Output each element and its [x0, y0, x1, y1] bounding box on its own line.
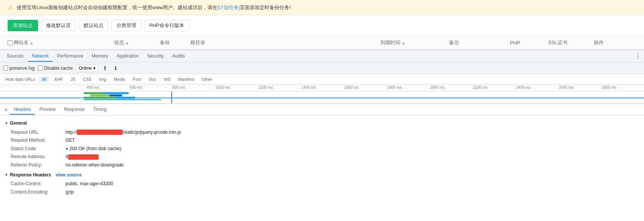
banner-link[interactable]: [计划任务]	[217, 5, 240, 10]
default-site-button[interactable]: 默认站点	[79, 20, 108, 31]
request-url-value: http:///static/js/jquery.qrcode.min.js	[65, 128, 181, 137]
th-status: 状态 ▲	[114, 39, 160, 46]
cache-control-label: Cache-Control:	[11, 180, 64, 188]
devtools-filter: Hide data URLs All XHR JS CSS Img Media …	[0, 74, 644, 85]
cache-control-row: Cache-Control: public, max-age=43200	[5, 180, 639, 188]
throttle-select[interactable]: Online ▾	[76, 64, 98, 72]
content-encoding-row: Content-Encoding: gzip	[5, 188, 639, 197]
timeline-mark: 2800 ms	[601, 85, 616, 90]
add-site-button[interactable]: 添加站点	[8, 20, 38, 31]
response-headers-arrow: ▼	[5, 171, 8, 178]
php-cmd-button[interactable]: PHP命令行版本	[144, 20, 189, 31]
category-manage-button[interactable]: 分类管理	[112, 20, 141, 31]
referrer-policy-label: Referrer Policy:	[11, 161, 64, 170]
devtools-more-icon[interactable]: ⋮	[635, 53, 641, 60]
table-header: 网站名 ▲ 状态 ▲ 备份 根目录 到期时间 ▲ 备注 PHP SSL证书 操作	[0, 36, 644, 50]
upload-icon[interactable]: ⬆	[101, 64, 109, 72]
status-code-value: ● 200 OK (from disk cache)	[65, 145, 121, 153]
preserve-log-checkbox[interactable]	[3, 66, 8, 70]
filter-ws-button[interactable]: WS	[161, 76, 174, 82]
timeline-bar	[110, 94, 123, 96]
devtools-detail: × Headers Preview Response Timing ▼ Gene…	[0, 104, 644, 199]
remote-address-value: 4	[65, 153, 99, 161]
select-all-checkbox[interactable]	[8, 40, 13, 45]
devtools-subtoolbar: preserve log Disable cache Online ▾ ⬆ ⬇	[0, 62, 644, 74]
filter-js-button[interactable]: JS	[67, 76, 78, 82]
timeline-bars	[0, 91, 644, 104]
timeline-bar	[84, 92, 103, 94]
filter-other-button[interactable]: Other	[199, 76, 215, 82]
filter-all-button[interactable]: All	[39, 76, 49, 82]
timeline-mark: 1000 ms	[215, 85, 230, 90]
content-encoding-label: Content-Encoding:	[11, 188, 64, 197]
timeline-ruler: 400 ms600 ms800 ms1000 ms1200 ms1400 ms1…	[0, 85, 644, 91]
sort-arrow-status: ▲	[125, 41, 129, 45]
preserve-log-checkbox-label[interactable]: preserve log	[3, 66, 35, 71]
chevron-down-icon: ▾	[93, 66, 96, 71]
devtools-timeline: 400 ms600 ms800 ms1000 ms1200 ms1400 ms1…	[0, 85, 644, 104]
detail-tab-response[interactable]: Response	[60, 105, 88, 115]
tab-sources[interactable]: Sources	[3, 51, 27, 62]
th-backup: 备份	[160, 39, 190, 46]
toolbar: 添加站点 修改默认页 默认站点 分类管理 PHP命令行版本	[0, 15, 644, 36]
timeline-mark: 2000 ms	[429, 85, 445, 90]
tab-application[interactable]: Application	[113, 51, 143, 62]
detail-tab-timing[interactable]: Timing	[89, 105, 110, 115]
detail-tab-headers[interactable]: Headers	[10, 105, 35, 115]
sort-arrow-name: ▲	[30, 41, 33, 45]
timeline-hline	[0, 98, 644, 98]
download-icon[interactable]: ⬇	[112, 64, 120, 72]
timeline-mark: 2600 ms	[558, 85, 573, 90]
remote-address-redacted	[68, 154, 99, 160]
th-root: 根目录	[190, 39, 381, 46]
disable-cache-checkbox[interactable]	[38, 66, 43, 70]
request-url-label: Request URL:	[11, 128, 64, 137]
sort-arrow-expire: ▲	[402, 41, 405, 45]
modify-default-page-button[interactable]: 修改默认页	[41, 20, 76, 31]
tab-performance[interactable]: Performance	[53, 51, 87, 62]
timeline-mark: 1200 ms	[258, 85, 273, 90]
detail-tabs: × Headers Preview Response Timing	[0, 104, 644, 115]
timeline-bar	[103, 92, 129, 94]
filter-xhr-button[interactable]: XHR	[51, 76, 66, 82]
cache-control-value: public, max-age=43200	[65, 180, 113, 188]
detail-close-button[interactable]: ×	[3, 106, 9, 114]
timeline-mark: 400 ms	[86, 85, 99, 90]
general-section-title[interactable]: ▼ General	[5, 119, 639, 128]
view-source-link[interactable]: view source	[56, 171, 82, 179]
th-op: 操作	[594, 39, 636, 46]
request-method-label: Request Method:	[11, 136, 64, 145]
th-php: PHP	[510, 40, 548, 46]
timeline-mark: 600 ms	[129, 85, 142, 90]
filter-manifest-button[interactable]: Manifest	[175, 76, 197, 82]
tab-audits[interactable]: Audits	[168, 51, 188, 62]
content-encoding-value: gzip	[65, 188, 74, 197]
warning-icon: ⚠	[8, 4, 13, 11]
timeline-mark: 1800 ms	[386, 85, 402, 90]
hide-data-urls-label: Hide data URLs	[3, 76, 37, 82]
timeline-mark: 2400 ms	[515, 85, 531, 90]
filter-doc-button[interactable]: Doc	[146, 76, 159, 82]
timeline-mark: 2200 ms	[472, 85, 488, 90]
tab-memory[interactable]: Memory	[88, 51, 112, 62]
filter-media-button[interactable]: Media	[111, 76, 128, 82]
referrer-policy-row: Referrer Policy: no-referrer-when-downgr…	[5, 161, 639, 170]
th-site-name: 网站名 ▲	[8, 39, 114, 46]
th-ssl: SSL证书	[548, 39, 594, 46]
request-method-row: Request Method: GET	[5, 136, 639, 145]
referrer-policy-value: no-referrer-when-downgrade	[65, 161, 124, 170]
timeline-bar	[84, 99, 161, 100]
request-method-value: GET	[65, 136, 75, 145]
status-code-row: Status Code: ● 200 OK (from disk cache)	[5, 145, 639, 153]
devtools-panel: Sources Network Performance Memory Appli…	[0, 50, 644, 199]
tab-network[interactable]: Network	[28, 51, 53, 62]
detail-tab-preview[interactable]: Preview	[36, 105, 60, 115]
response-headers-section-title[interactable]: ▼ Response Headers view source	[5, 171, 639, 179]
tab-security[interactable]: Security	[143, 51, 167, 62]
filter-img-button[interactable]: Img	[96, 76, 109, 82]
status-green-dot: ●	[65, 146, 68, 151]
timeline-mark: 1600 ms	[343, 85, 359, 90]
filter-css-button[interactable]: CSS	[80, 76, 95, 82]
filter-font-button[interactable]: Font	[130, 76, 144, 82]
disable-cache-checkbox-label[interactable]: Disable cache	[38, 66, 73, 71]
